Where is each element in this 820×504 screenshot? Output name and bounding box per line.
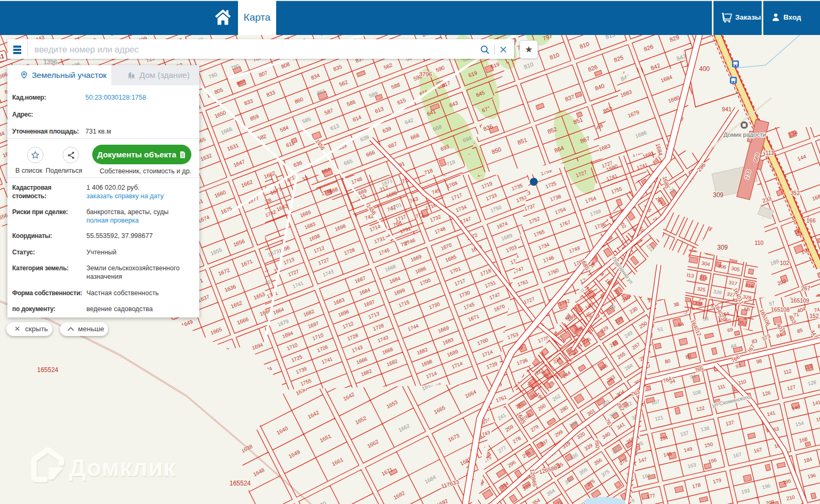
svg-text:165108: 165108: [771, 306, 789, 313]
svg-text:110: 110: [755, 240, 764, 246]
svg-text:152: 152: [809, 313, 819, 319]
svg-text:166: 166: [806, 217, 816, 224]
svg-text:1396: 1396: [43, 59, 57, 65]
svg-text:3796: 3796: [419, 71, 432, 77]
svg-text:165524: 165524: [230, 480, 251, 487]
svg-text:352: 352: [790, 190, 800, 196]
svg-text:Домик радости: Домик радости: [724, 131, 766, 138]
svg-text:102: 102: [780, 260, 789, 266]
svg-text:941: 941: [722, 106, 731, 112]
svg-text:165524: 165524: [37, 366, 58, 374]
svg-text:309: 309: [713, 191, 724, 199]
svg-text:309: 309: [717, 244, 728, 251]
svg-text:111: 111: [765, 149, 774, 156]
svg-text:165109: 165109: [790, 297, 809, 304]
svg-text:400: 400: [699, 65, 710, 73]
svg-text:267: 267: [801, 285, 810, 291]
